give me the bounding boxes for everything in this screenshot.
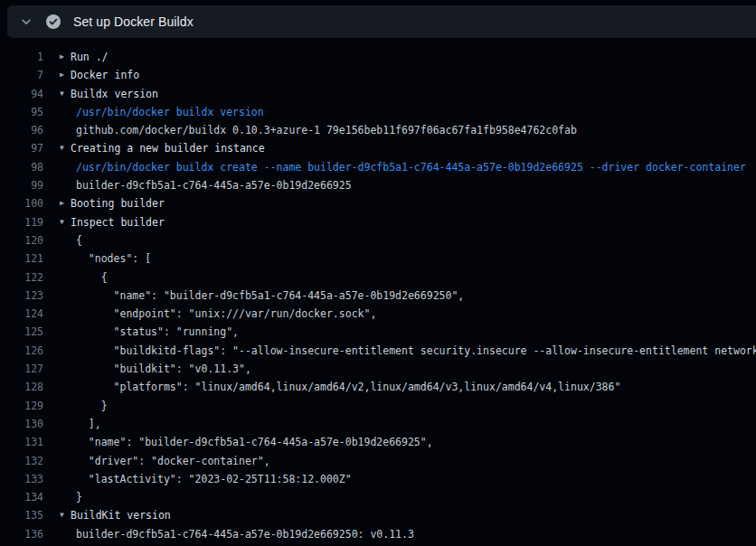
line-number[interactable]: 132: [0, 452, 43, 470]
line-number[interactable]: 121: [0, 249, 43, 268]
step-title: Set up Docker Buildx: [73, 14, 194, 29]
log-output-text: "driver": "docker-container",: [76, 452, 270, 470]
line-number[interactable]: 98: [0, 158, 43, 176]
line-number[interactable]: 96: [0, 121, 43, 139]
log-line: 130 ],: [0, 415, 756, 433]
line-number[interactable]: 126: [0, 342, 43, 360]
log-line: 98/usr/bin/docker buildx create --name b…: [0, 158, 756, 176]
log-output-text: "status": "running",: [76, 323, 239, 341]
line-number[interactable]: 119: [0, 213, 43, 231]
line-number[interactable]: 125: [0, 323, 43, 341]
line-number[interactable]: 124: [0, 305, 43, 323]
triangle-down-icon[interactable]: ▼: [60, 506, 64, 524]
log-line: 124 "endpoint": "unix:///var/run/docker.…: [0, 305, 756, 323]
line-number[interactable]: 122: [0, 268, 43, 287]
log-line: 122 {: [0, 268, 756, 287]
log-output: 1▶Run ./7▶Docker info94▼Buildx version95…: [0, 38, 756, 546]
log-line: 94▼Buildx version: [0, 85, 756, 103]
line-number[interactable]: 7: [0, 66, 43, 84]
log-line: 119▼Inspect builder: [0, 213, 756, 231]
log-command-text: /usr/bin/docker buildx version: [76, 103, 264, 121]
log-line: 100▶Booting builder: [0, 194, 756, 212]
log-line: 134}: [0, 488, 756, 506]
line-number[interactable]: 135: [0, 506, 43, 524]
log-output-text: "name": "builder-d9cfb5a1-c764-445a-a57e…: [76, 433, 433, 451]
triangle-down-icon[interactable]: ▼: [60, 139, 64, 157]
log-output-text: builder-d9cfb5a1-c764-445a-a57e-0b19d2e6…: [76, 176, 352, 194]
line-number[interactable]: 97: [0, 139, 43, 157]
log-line: 135▼BuildKit version: [0, 506, 756, 524]
log-output-text: }: [76, 488, 82, 506]
log-group-title[interactable]: Run ./: [71, 48, 109, 66]
check-circle-icon: [46, 14, 61, 29]
log-line: 133 "lastActivity": "2023-02-25T11:58:12…: [0, 470, 756, 488]
line-number[interactable]: 136: [0, 525, 43, 543]
log-line: 126 "buildkitd-flags": "--allow-insecure…: [0, 342, 756, 360]
log-group-title[interactable]: Inspect builder: [71, 213, 165, 231]
log-line: 128 "platforms": "linux/amd64,linux/amd6…: [0, 378, 756, 396]
log-output-text: "lastActivity": "2023-02-25T11:58:12.000…: [76, 470, 352, 488]
line-number[interactable]: 120: [0, 231, 43, 249]
line-number[interactable]: 128: [0, 378, 43, 396]
line-number[interactable]: 127: [0, 360, 43, 378]
log-line: 125 "status": "running",: [0, 323, 756, 341]
triangle-right-icon[interactable]: ▶: [60, 66, 64, 84]
actions-log-panel: Set up Docker Buildx 1▶Run ./7▶Docker in…: [0, 0, 756, 546]
log-output-text: builder-d9cfb5a1-c764-445a-a57e-0b19d2e6…: [76, 525, 414, 543]
triangle-right-icon[interactable]: ▶: [60, 48, 64, 66]
line-number[interactable]: 94: [0, 85, 43, 103]
log-output-text: {: [76, 268, 108, 287]
log-line: 120{: [0, 231, 756, 249]
log-line: 96github.com/docker/buildx 0.10.3+azure-…: [0, 121, 756, 139]
log-output-text: github.com/docker/buildx 0.10.3+azure-1 …: [76, 121, 577, 139]
line-number[interactable]: 130: [0, 415, 43, 433]
triangle-right-icon[interactable]: ▶: [60, 194, 64, 212]
log-line: 7▶Docker info: [0, 66, 756, 84]
line-number[interactable]: 99: [0, 176, 43, 194]
line-number[interactable]: 131: [0, 433, 43, 451]
triangle-down-icon[interactable]: ▼: [60, 213, 64, 231]
line-number[interactable]: 100: [0, 194, 43, 212]
log-output-text: "buildkitd-flags": "--allow-insecure-ent…: [76, 342, 756, 360]
log-group-title[interactable]: Booting builder: [71, 194, 165, 212]
log-output-text: "buildkit": "v0.11.3",: [76, 360, 251, 378]
log-group-title[interactable]: Docker info: [71, 66, 139, 84]
log-line: 127 "buildkit": "v0.11.3",: [0, 360, 756, 378]
log-group-title[interactable]: BuildKit version: [71, 506, 171, 524]
log-line: 95/usr/bin/docker buildx version: [0, 103, 756, 121]
chevron-down-icon[interactable]: [20, 15, 33, 28]
log-output-text: ],: [76, 415, 101, 433]
log-output-text: {: [76, 231, 82, 249]
line-number[interactable]: 134: [0, 488, 43, 506]
log-group-title[interactable]: Creating a new builder instance: [71, 139, 265, 157]
log-line: 99builder-d9cfb5a1-c764-445a-a57e-0b19d2…: [0, 176, 756, 194]
log-output-text: "endpoint": "unix:///var/run/docker.sock…: [76, 305, 376, 323]
log-output-text: "name": "builder-d9cfb5a1-c764-445a-a57e…: [76, 287, 464, 305]
log-output-text: "nodes": [: [76, 249, 151, 268]
line-number[interactable]: 1: [0, 48, 43, 66]
log-output-text: "platforms": "linux/amd64,linux/amd64/v2…: [76, 378, 620, 396]
line-number[interactable]: 95: [0, 103, 43, 121]
log-line: 129 }: [0, 397, 756, 415]
step-header[interactable]: Set up Docker Buildx: [7, 5, 756, 38]
log-line: 132 "driver": "docker-container",: [0, 452, 756, 470]
log-line: 123 "name": "builder-d9cfb5a1-c764-445a-…: [0, 287, 756, 305]
log-group-title[interactable]: Buildx version: [71, 85, 158, 103]
log-line: 97▼Creating a new builder instance: [0, 139, 756, 157]
line-number[interactable]: 129: [0, 397, 43, 415]
log-line: 136builder-d9cfb5a1-c764-445a-a57e-0b19d…: [0, 525, 756, 543]
triangle-down-icon[interactable]: ▼: [60, 85, 64, 103]
log-line: 131 "name": "builder-d9cfb5a1-c764-445a-…: [0, 433, 756, 451]
line-number[interactable]: 123: [0, 287, 43, 305]
log-line: 1▶Run ./: [0, 48, 756, 66]
log-command-text: /usr/bin/docker buildx create --name bui…: [76, 158, 746, 176]
log-line: 121 "nodes": [: [0, 249, 756, 268]
log-output-text: }: [76, 397, 108, 415]
line-number[interactable]: 133: [0, 470, 43, 488]
